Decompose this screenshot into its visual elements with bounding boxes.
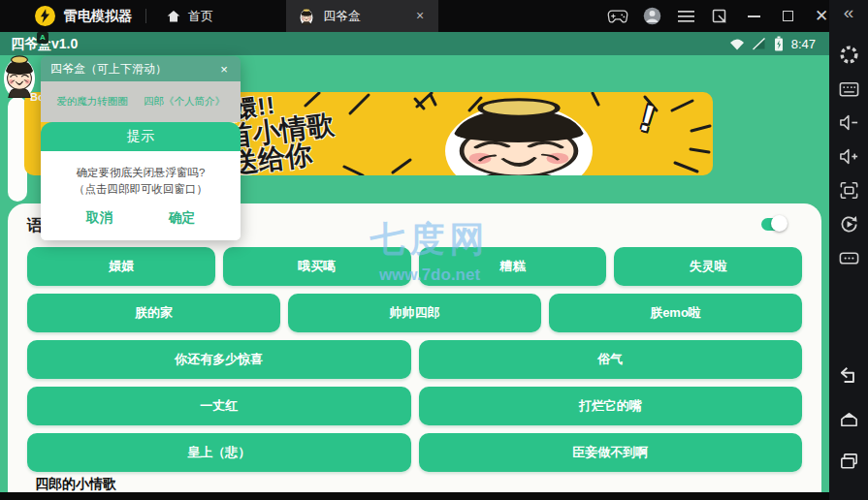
android-statusbar: 四爷盒v1.0 A 8:47: [0, 32, 829, 55]
voice-button[interactable]: 朕emo啦: [549, 294, 802, 332]
wifi-icon: [729, 37, 745, 50]
button-row: 朕的家 帅帅四郎 朕emo啦: [27, 294, 802, 332]
main-panel: 语 嬛嬛 哦买噶 糟糕 失灵啦 朕的家 帅帅四郎 朕emo啦 你还有多少: [8, 203, 821, 492]
voice-button[interactable]: 哦买噶: [223, 247, 411, 286]
window-controls: ✕: [607, 0, 832, 32]
voice-button[interactable]: 嬛嬛: [27, 247, 215, 286]
dialog-header[interactable]: 四爷盒（可上下滑动） ×: [41, 56, 241, 81]
nav-recents-icon[interactable]: [837, 450, 860, 473]
voice-button[interactable]: 皇上（悲）: [27, 433, 411, 472]
voice-toggle[interactable]: [761, 217, 787, 231]
volume-down-icon[interactable]: [837, 110, 860, 134]
app-tab-icon: [299, 8, 314, 25]
button-row: 皇上（悲） 臣妾做不到啊: [27, 433, 802, 472]
fullscreen-icon[interactable]: [837, 178, 860, 202]
clock: 8:47: [791, 37, 816, 51]
button-row: 你还有多少惊喜 俗气: [27, 340, 802, 379]
nav-home-icon[interactable]: [837, 408, 860, 431]
dialog-tab-love-magic[interactable]: 爱的魔力转圈圈: [56, 95, 128, 109]
dialog-close-icon[interactable]: ×: [216, 62, 232, 77]
alert-message-line-1: 确定要彻底关闭悬浮窗吗?: [41, 165, 241, 181]
voice-button[interactable]: 一丈红: [27, 387, 411, 425]
emulator-toolbar: «: [829, 0, 868, 500]
maximize-button[interactable]: [777, 6, 798, 27]
minimize-button[interactable]: [743, 6, 764, 27]
alert-title-bar: 提示: [41, 122, 241, 151]
floating-dialog: 四爷盒（可上下滑动） × 爱的魔力转圈圈 四郎《个人简介》 提示 确定要彻底关闭…: [41, 56, 241, 240]
home-tab-button[interactable]: 首页: [158, 0, 221, 32]
voice-button[interactable]: 失灵啦: [614, 247, 802, 286]
settings-icon[interactable]: [837, 43, 860, 66]
voice-button[interactable]: 俗气: [419, 340, 803, 379]
home-tab-label: 首页: [188, 8, 213, 25]
voice-button[interactable]: 朕的家: [27, 294, 280, 332]
keyboard-icon[interactable]: [837, 78, 860, 101]
dialog-tab-profile[interactable]: 四郎《个人简介》: [144, 95, 225, 109]
alert-body: 确定要彻底关闭悬浮窗吗? （点击四郎即可收回窗口） 取消 确定: [41, 151, 241, 240]
sync-icon[interactable]: [837, 212, 860, 235]
confirm-button[interactable]: 确定: [169, 209, 195, 227]
button-row: 一丈红 打烂它的嘴: [27, 387, 802, 425]
voice-button[interactable]: 你还有多少惊喜: [27, 340, 411, 379]
collapse-toolbar-icon[interactable]: «: [829, 2, 868, 23]
android-screen: 四爷盒v1.0 A 8:47 Bo: [0, 32, 829, 500]
alert-message-line-2: （点击四郎即可收回窗口）: [41, 181, 241, 198]
voice-button[interactable]: 糟糕: [419, 247, 607, 286]
app-tab-label: 四爷盒: [323, 8, 361, 25]
notification-badge: A: [37, 32, 48, 44]
battery-charging-icon: [773, 36, 785, 51]
resize-icon[interactable]: [709, 6, 730, 27]
gamepad-icon[interactable]: [607, 6, 628, 27]
menu-icon[interactable]: [675, 6, 696, 27]
cancel-button[interactable]: 取消: [86, 209, 113, 227]
dialog-tabs: 爱的魔力转圈圈 四郎《个人简介》: [41, 81, 241, 122]
titlebar-separator: [145, 9, 146, 23]
dialog-title: 四爷盒（可上下滑动）: [50, 61, 167, 78]
titlebar: 雷电模拟器 首页 四爷盒 ×: [0, 0, 868, 32]
no-signal-icon: [752, 37, 766, 50]
voice-button[interactable]: 打烂它的嘴: [419, 387, 803, 425]
button-row: 嬛嬛 哦买噶 糟糕 失灵啦: [27, 247, 802, 286]
voice-button[interactable]: 帅帅四郎: [288, 294, 541, 332]
emulator-title: 雷电模拟器: [64, 8, 132, 25]
screen-bottom-bar: [0, 492, 829, 500]
ldplayer-logo-icon: [35, 6, 55, 26]
tab-close-icon[interactable]: ×: [411, 7, 429, 24]
voice-button-grid: 嬛嬛 哦买噶 糟糕 失灵啦 朕的家 帅帅四郎 朕emo啦 你还有多少惊喜 俗气 …: [27, 247, 802, 480]
more-tools-icon[interactable]: [837, 246, 860, 269]
app-tab[interactable]: 四爷盒 ×: [286, 0, 438, 32]
banner-character: [427, 93, 611, 175]
volume-up-icon[interactable]: [837, 144, 860, 168]
nav-back-icon[interactable]: [837, 364, 860, 388]
account-icon[interactable]: [641, 6, 662, 27]
home-icon: [166, 9, 181, 24]
footer-section-title: 四郎的小情歌: [35, 476, 116, 493]
voice-button[interactable]: 臣妾做不到啊: [419, 433, 803, 472]
emulator-window: 雷电模拟器 首页 四爷盒 ×: [0, 0, 868, 500]
floating-avatar[interactable]: [0, 53, 39, 98]
